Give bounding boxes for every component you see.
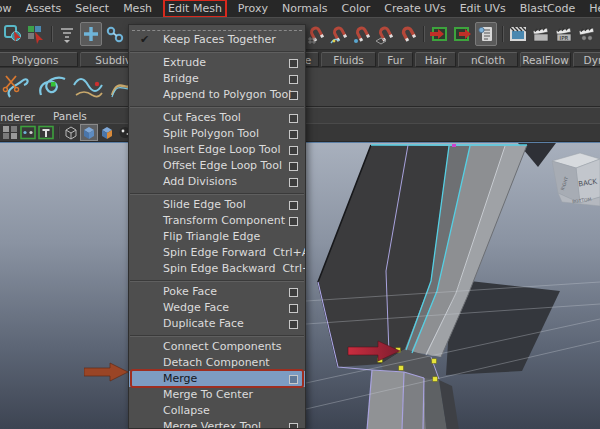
option-box-icon[interactable] (289, 217, 298, 226)
menu-item-label: Duplicate Face (163, 317, 244, 330)
ipr-render-icon[interactable]: IPR (554, 23, 574, 45)
select-by-hierarchy-icon[interactable] (3, 23, 23, 45)
menubar-item-window[interactable]: Window (0, 1, 11, 16)
menu-item-insert-edge-loop-tool[interactable]: Insert Edge Loop Tool (129, 142, 305, 158)
menubar-item-select[interactable]: Select (75, 1, 109, 16)
menubar: WindowAssetsSelectMeshEdit MeshProxyNorm… (0, 0, 600, 17)
menu-tear-off-line[interactable] (132, 25, 302, 31)
panel-menu-renderer[interactable]: Renderer (0, 111, 35, 123)
shelf-tab-realflow[interactable]: RealFlow (520, 52, 571, 67)
menu-item-cut-faces-tool[interactable]: Cut Faces Tool (129, 110, 305, 126)
texture-placement-icon[interactable] (38, 125, 54, 140)
menu-item-wedge-face[interactable]: Wedge Face (129, 300, 305, 316)
textured-display-icon[interactable] (99, 125, 115, 140)
menubar-item-edit-uvs[interactable]: Edit UVs (460, 1, 506, 16)
menu-item-merge-vertex-tool[interactable]: Merge Vertex Tool (129, 419, 305, 429)
menu-item-label: Merge Vertex Tool (163, 420, 261, 429)
snap-to-grid-magnet-icon[interactable] (306, 23, 326, 45)
menubar-item-assets[interactable]: Assets (25, 1, 61, 16)
option-box-icon[interactable] (289, 320, 298, 329)
menu-item-keep-faces-together[interactable]: ✔Keep Faces Together (129, 32, 305, 48)
menu-item-connect-components[interactable]: Connect Components (129, 339, 305, 355)
panel-menu-panels[interactable]: Panels (53, 110, 87, 122)
menu-item-append-to-polygon-tool[interactable]: Append to Polygon Tool (129, 87, 305, 103)
shelf-tab-dynamics[interactable]: Dynamics (573, 52, 600, 67)
film-gate-icon[interactable] (20, 125, 36, 140)
curve-edit-icon[interactable] (72, 71, 105, 102)
snap-to-curve-magnet-icon[interactable] (329, 23, 349, 45)
menu-item-poke-face[interactable]: Poke Face (129, 284, 305, 300)
option-box-icon[interactable] (289, 423, 298, 429)
menu-item-label: Keep Faces Together (163, 33, 276, 46)
menu-item-offset-edge-loop-tool[interactable]: Offset Edge Loop Tool (129, 158, 305, 174)
menu-item-collapse[interactable]: Collapse (129, 403, 305, 419)
shelf-tab-polygons[interactable]: Polygons (0, 52, 78, 67)
option-box-icon[interactable] (289, 114, 298, 123)
shelf-tab-fluids[interactable]: Fluids (321, 52, 376, 67)
toolbar-separator (49, 24, 54, 44)
menu-item-label: Extrude (163, 56, 206, 69)
menu-item-label: Bridge (163, 72, 199, 85)
select-component-plus-icon[interactable] (80, 22, 102, 46)
menubar-item-mesh[interactable]: Mesh (123, 1, 152, 16)
select-by-object-type-icon[interactable] (26, 23, 46, 45)
option-box-icon[interactable] (289, 59, 298, 68)
snap-to-view-magnet-icon[interactable] (398, 23, 418, 45)
option-box-icon[interactable] (289, 146, 298, 155)
menu-item-slide-edge-tool[interactable]: Slide Edge Tool (129, 197, 305, 213)
insert-knot-icon[interactable] (37, 71, 70, 102)
option-box-icon[interactable] (289, 288, 298, 297)
menu-item-detach-component[interactable]: Detach Component (129, 355, 305, 371)
option-box-icon[interactable] (289, 91, 298, 100)
smooth-shade-display-icon[interactable] (81, 125, 97, 140)
snap-to-point-magnet-icon[interactable] (352, 23, 372, 45)
output-connections-icon[interactable] (452, 23, 472, 45)
menubar-item-normals[interactable]: Normals (282, 1, 328, 16)
menu-item-bridge[interactable]: Bridge (129, 71, 305, 87)
snap-link-icon[interactable] (105, 23, 125, 45)
viewcube[interactable]: BACK RIGHT BOTTOM (552, 153, 600, 206)
menu-item-spin-edge-forward[interactable]: Spin Edge ForwardCtrl+Alt+Right (129, 245, 305, 261)
option-box-icon[interactable] (289, 304, 298, 313)
attribute-editor-toggle-icon[interactable] (475, 22, 497, 46)
menu-item-transform-component[interactable]: Transform Component (129, 213, 305, 229)
menu-item-merge-to-center[interactable]: Merge To Center (129, 387, 305, 403)
menu-item-label: Slide Edge Tool (163, 198, 246, 211)
menu-item-merge[interactable]: Merge (129, 371, 305, 387)
render-view-icon[interactable] (508, 23, 528, 45)
menubar-item-edit-mesh[interactable]: Edit Mesh (163, 0, 227, 17)
shelf-tab-hair[interactable]: Hair (415, 52, 456, 67)
detach-curve-icon[interactable] (2, 71, 35, 102)
menu-item-label: Poke Face (163, 285, 217, 298)
menubar-item-proxy[interactable]: Proxy (238, 1, 268, 16)
wireframe-display-icon[interactable] (63, 125, 79, 140)
render-settings-icon[interactable] (577, 23, 597, 45)
menubar-item-color[interactable]: Color (342, 1, 371, 16)
menu-item-split-polygon-tool[interactable]: Split Polygon Tool (129, 126, 305, 142)
input-connections-icon[interactable] (429, 23, 449, 45)
render-current-frame-icon[interactable] (531, 23, 551, 45)
menu-item-label: Append to Polygon Tool (163, 88, 291, 101)
menubar-item-help[interactable]: Help (589, 1, 600, 16)
menu-item-extrude[interactable]: Extrude (129, 55, 305, 71)
option-box-icon[interactable] (289, 178, 298, 187)
menu-item-label: Collapse (163, 404, 210, 417)
menubar-item-create-uvs[interactable]: Create UVs (384, 1, 445, 16)
shelf-tab-fur[interactable]: Fur (378, 52, 413, 67)
four-view-icon[interactable] (2, 125, 18, 140)
shelf-tab-ncloth[interactable]: nCloth (458, 52, 518, 67)
selection-mask-menu-icon[interactable] (57, 23, 77, 45)
option-box-icon[interactable] (289, 375, 298, 384)
option-box-icon[interactable] (289, 130, 298, 139)
menu-item-spin-edge-backward[interactable]: Spin Edge BackwardCtrl+Alt+Left (129, 261, 305, 277)
menubar-item-blastcode[interactable]: BlastCode (520, 1, 576, 16)
menu-item-add-divisions[interactable]: Add Divisions (129, 174, 305, 190)
menu-item-duplicate-face[interactable]: Duplicate Face (129, 316, 305, 332)
option-box-icon[interactable] (289, 201, 298, 210)
option-box-icon[interactable] (289, 75, 298, 84)
selection-mode-group (3, 22, 125, 46)
menu-item-flip-triangle-edge[interactable]: Flip Triangle Edge (129, 229, 305, 245)
menu-item-label: Wedge Face (163, 301, 229, 314)
snap-to-plane-magnet-icon[interactable] (375, 23, 395, 45)
option-box-icon[interactable] (289, 162, 298, 171)
